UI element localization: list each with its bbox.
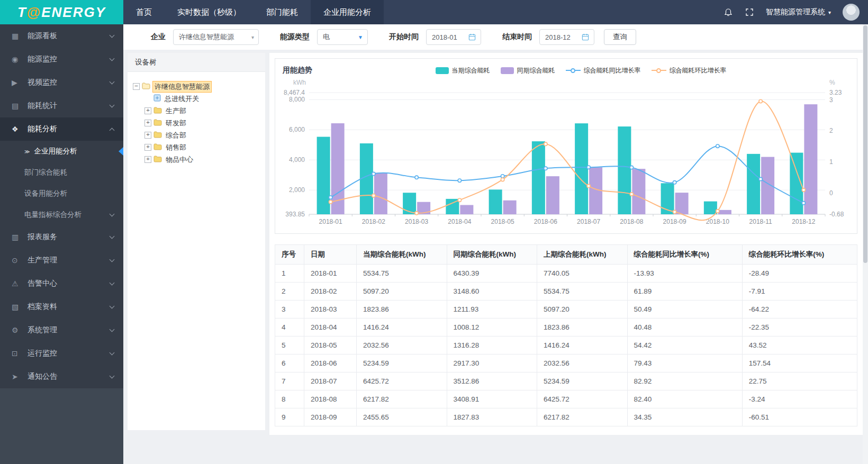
table-header-cell: 当期综合能耗(kWh) [357, 245, 447, 265]
dashboard-icon: ▦ [12, 32, 21, 40]
top-nav-item[interactable]: 部门能耗 [254, 0, 311, 24]
tree-node[interactable]: +生产部 [133, 105, 261, 117]
table-cell: 3148.60 [447, 283, 537, 301]
logo-at: @ [27, 4, 41, 21]
calendar-icon[interactable] [468, 33, 476, 41]
tree-node[interactable]: +物品中心 [133, 153, 261, 166]
query-button[interactable]: 查询 [604, 29, 636, 45]
sidebar-item[interactable]: ▦能源看板 [0, 24, 123, 48]
sidebar-item[interactable]: ⚠告警中心 [0, 272, 123, 295]
tree-node[interactable]: 总进线开关 [133, 93, 261, 105]
table-cell: 5097.20 [357, 283, 447, 301]
scrollbar-thumb[interactable] [863, 25, 867, 263]
tree-node-label[interactable]: 总进线开关 [163, 94, 201, 104]
table-cell: -22.35 [742, 319, 857, 336]
chevron-down-icon: ▼ [358, 34, 363, 40]
tree-node[interactable]: +销售部 [133, 141, 261, 153]
notice-icon: ➤ [12, 372, 21, 381]
energy-type-select[interactable]: 电 ▼ [317, 29, 368, 45]
sidebar-item[interactable]: ◉能源监控 [0, 48, 123, 71]
chevron-down-icon [110, 212, 115, 217]
svg-text:2,000: 2,000 [289, 186, 305, 194]
legend-item[interactable]: 同期综合能耗 [501, 66, 555, 75]
sidebar: ▦能源看板◉能源监控▶视频监控▤能耗统计❖能耗分析≫企业用能分析部门综合能耗设备… [0, 24, 123, 464]
start-time-input[interactable]: 2018-01 [426, 29, 481, 45]
sidebar-item[interactable]: ❖能耗分析 [0, 117, 123, 141]
end-time-input[interactable]: 2018-12 [539, 29, 594, 45]
bell-icon[interactable] [724, 7, 733, 17]
tree-node-label[interactable]: 许继信息智慧能源 [152, 81, 212, 93]
table-row: 72018-076425.723512.865234.5982.9222.75 [275, 372, 857, 390]
tree-expand-toggle[interactable]: + [144, 107, 151, 114]
avatar[interactable] [843, 4, 860, 21]
sidebar-subitem[interactable]: 设备用能分析 [0, 183, 123, 204]
app-logo[interactable]: T@ENERGY [0, 0, 123, 24]
sidebar-item[interactable]: ⚙系统管理 [0, 319, 123, 342]
tree-node-label[interactable]: 综合部 [164, 130, 188, 141]
table-cell: 6430.39 [447, 265, 537, 283]
chart-header: 用能趋势 当期综合能耗同期综合能耗综合能耗同比增长率综合能耗环比增长率 [275, 59, 857, 77]
sidebar-item[interactable]: ⊡运行监控 [0, 342, 123, 365]
sidebar-subitem-label: 部门综合能耗 [24, 168, 67, 177]
table-cell: 1823.86 [537, 319, 628, 336]
table-cell: 9 [275, 408, 304, 426]
top-nav-item[interactable]: 实时数据（秒级） [165, 0, 254, 24]
tree-node-label[interactable]: 物品中心 [164, 154, 195, 165]
sidebar-subitem[interactable]: ≫企业用能分析 [0, 141, 123, 162]
tree-node-label[interactable]: 研发部 [164, 118, 188, 129]
main-content: 企业 许继信息智慧能源 ▾ 能源类型 电 ▼ 开始时间 2018-01 结束时间… [123, 24, 868, 464]
energy-monitor-icon: ◉ [12, 55, 21, 63]
content-row: 设备树 −许继信息智慧能源总进线开关+生产部+研发部+综合部+销售部+物品中心 … [123, 53, 868, 435]
calendar-icon[interactable] [581, 33, 590, 41]
sidebar-item[interactable]: ▤能耗统计 [0, 94, 123, 117]
svg-text:2018-12: 2018-12 [792, 218, 815, 225]
sidebar-item[interactable]: ➤通知公告 [0, 365, 123, 388]
tree-expand-toggle[interactable]: + [144, 156, 151, 163]
tree-expand-toggle[interactable]: + [144, 120, 151, 126]
tree-node[interactable]: +综合部 [133, 129, 261, 141]
table-cell: 2032.56 [357, 336, 447, 354]
legend-item[interactable]: 综合能耗同比增长率 [566, 66, 641, 75]
tree-expand-toggle[interactable]: + [144, 144, 151, 151]
tree-collapse-toggle[interactable]: − [133, 83, 140, 90]
tree-node[interactable]: −许继信息智慧能源 [133, 80, 261, 93]
fullscreen-icon[interactable] [745, 7, 754, 17]
tree-node-label[interactable]: 生产部 [164, 106, 188, 116]
svg-text:2018-04: 2018-04 [448, 218, 471, 225]
svg-text:2018-01: 2018-01 [319, 218, 342, 225]
system-name-dropdown[interactable]: 智慧能源管理系统 ▾ [766, 7, 831, 17]
sidebar-item-label: 告警中心 [28, 279, 57, 288]
legend-item[interactable]: 当期综合能耗 [436, 66, 490, 75]
table-cell: 4 [275, 319, 304, 336]
table-row: 32018-031823.861211.935097.2050.49-64.22 [275, 301, 857, 319]
table-cell: 1 [275, 265, 304, 283]
sidebar-item[interactable]: ⊙生产管理 [0, 249, 123, 272]
chevron-up-icon [110, 128, 115, 133]
tree-node-label[interactable]: 销售部 [164, 142, 188, 153]
sidebar-item[interactable]: ▧档案资料 [0, 295, 123, 319]
tree-node[interactable]: +研发部 [133, 117, 261, 129]
chevron-down-icon [110, 234, 115, 239]
sidebar-item-label: 视频监控 [28, 78, 57, 87]
production-icon: ⊙ [12, 256, 21, 265]
svg-text:8,467.4: 8,467.4 [284, 89, 305, 96]
chevron-down-icon [110, 374, 115, 379]
tree-expand-toggle[interactable]: + [144, 132, 151, 139]
svg-text:0: 0 [829, 189, 833, 197]
logo-text: T [17, 4, 27, 21]
legend-item[interactable]: 综合能耗环比增长率 [652, 66, 727, 75]
sidebar-item-label: 运行监控 [28, 349, 57, 358]
svg-text:%: % [829, 79, 835, 86]
vertical-scrollbar[interactable] [863, 24, 868, 464]
sidebar-subitem[interactable]: 电量指标综合分析 [0, 204, 123, 225]
table-cell: 8 [275, 390, 304, 408]
subitem-marker-icon: ≫ [24, 149, 30, 154]
svg-text:2018-07: 2018-07 [577, 218, 600, 225]
table-cell: -60.51 [742, 408, 857, 426]
top-nav-item[interactable]: 企业用能分析 [311, 0, 384, 24]
sidebar-item[interactable]: ▶视频监控 [0, 71, 123, 94]
top-nav-item[interactable]: 首页 [123, 0, 165, 24]
sidebar-subitem[interactable]: 部门综合能耗 [0, 162, 123, 183]
company-select[interactable]: 许继信息智慧能源 ▾ [173, 29, 259, 45]
sidebar-item[interactable]: ▥报表服务 [0, 225, 123, 249]
